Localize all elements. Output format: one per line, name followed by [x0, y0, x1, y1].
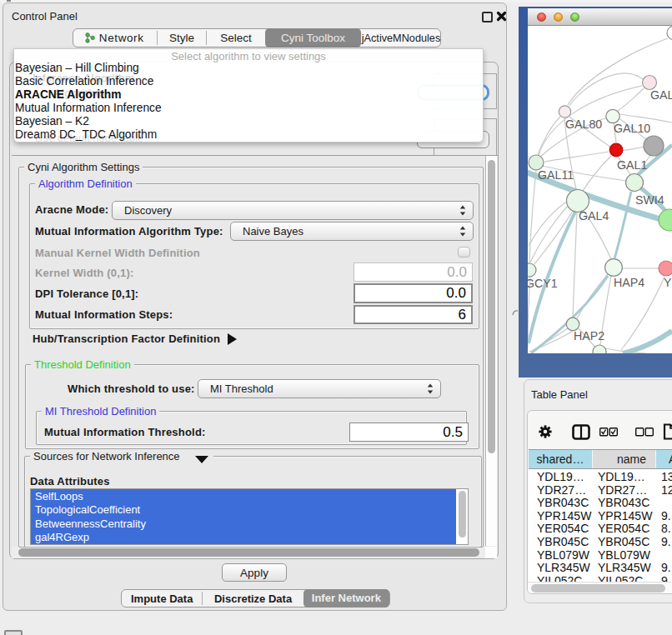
svg-text:HAP2: HAP2: [574, 329, 604, 342]
svg-text:GAL80: GAL80: [565, 118, 602, 131]
svg-text:HAP4: HAP4: [614, 276, 644, 289]
svg-text:GAL11: GAL11: [538, 168, 574, 182]
svg-text:Y: Y: [664, 276, 672, 289]
svg-text:GAL4: GAL4: [579, 209, 609, 222]
svg-text:GAL1: GAL1: [617, 158, 647, 172]
svg-text:GAL: GAL: [650, 88, 672, 102]
svg-text:GAL10: GAL10: [614, 122, 650, 135]
svg-text:SWI4: SWI4: [635, 193, 664, 207]
svg-text:GCY1: GCY1: [528, 277, 558, 290]
